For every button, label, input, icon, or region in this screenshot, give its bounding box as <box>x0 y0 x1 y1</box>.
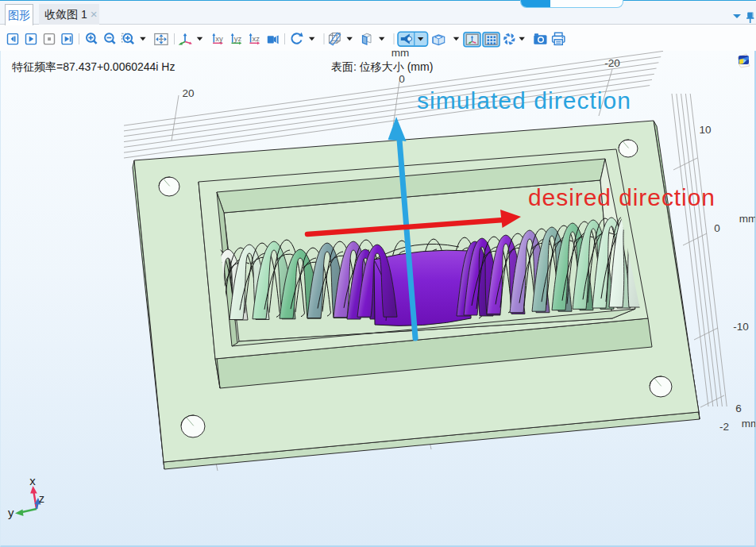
svg-text:yz: yz <box>234 34 242 43</box>
svg-text:xz: xz <box>253 34 260 43</box>
svg-text:6: 6 <box>735 403 742 414</box>
svg-text:z: z <box>39 492 44 505</box>
svg-text:20: 20 <box>182 87 194 99</box>
svg-text:mm: mm <box>392 51 410 59</box>
svg-text:-10: -10 <box>733 321 749 333</box>
svg-text:-2: -2 <box>719 421 729 433</box>
svg-text:mm: mm <box>739 213 755 225</box>
svg-text:mm: mm <box>742 418 755 430</box>
svg-text:-20: -20 <box>604 57 620 69</box>
svg-text:0: 0 <box>399 73 405 85</box>
svg-text:x: x <box>29 474 36 487</box>
svg-text:0: 0 <box>714 222 720 234</box>
svg-text:xy: xy <box>215 34 223 43</box>
svg-text:y: y <box>8 506 14 519</box>
svg-text:simulated direction: simulated direction <box>417 87 631 114</box>
svg-text:desired direction: desired direction <box>528 184 715 210</box>
svg-text:10: 10 <box>699 124 711 136</box>
